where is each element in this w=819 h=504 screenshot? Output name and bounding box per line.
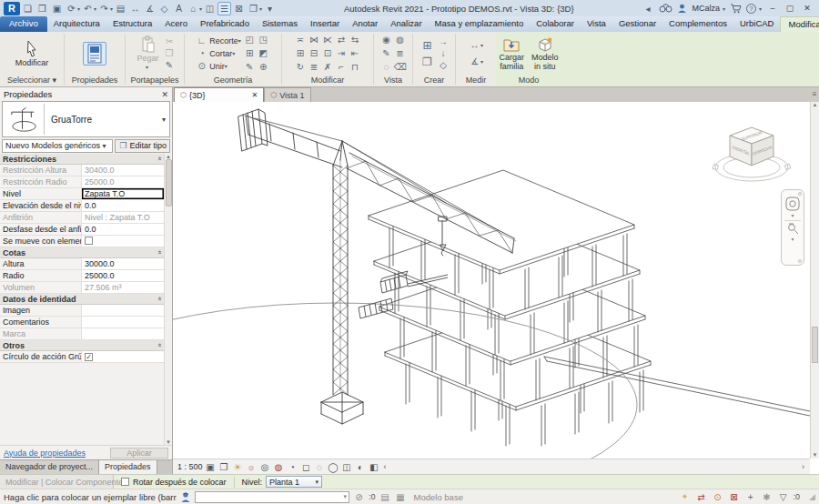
tab-acero[interactable]: Acero <box>158 16 194 32</box>
nivel-value-field[interactable]: Zapata T.O <box>82 188 164 199</box>
collapse-icon[interactable]: « <box>155 250 163 254</box>
close-button[interactable]: ✕ <box>801 4 814 13</box>
wheel-dropdown-icon[interactable]: ▾ <box>791 212 794 218</box>
temporary-hide-isolate-icon[interactable]: ◌ <box>314 462 326 472</box>
collapse-icon[interactable]: « <box>155 156 163 160</box>
scroll-up-icon[interactable]: ▲ <box>813 102 818 107</box>
detail-level-icon[interactable]: ▣ <box>205 462 217 472</box>
modify-tool-icon[interactable]: ⋉ <box>322 34 334 45</box>
section-restricciones[interactable]: Restricciones« <box>0 154 164 165</box>
view-tool-icon[interactable]: ◉ <box>380 34 392 45</box>
reveal-hidden-elements-icon[interactable]: ◯ <box>328 462 339 472</box>
section-datos-identidad[interactable]: Datos de identidad« <box>0 294 164 305</box>
editing-requests-icon[interactable]: ▤ <box>379 492 391 502</box>
editable-only-icon[interactable]: ⊘ <box>353 492 365 502</box>
array-icon[interactable]: ≣ <box>308 61 320 73</box>
modelo-in-situ-button[interactable]: Modelo in situ <box>529 35 561 72</box>
tab-arquitectura[interactable]: Arquitectura <box>47 16 106 32</box>
tab-anotar[interactable]: Anotar <box>346 16 384 32</box>
create-tool-icon[interactable]: ◇ <box>438 59 450 71</box>
user-dropdown[interactable]: ▾ <box>723 5 725 12</box>
user-avatar-icon[interactable] <box>677 4 687 14</box>
visual-style-icon[interactable]: ❐ <box>218 462 230 472</box>
tab-analizar[interactable]: Analizar <box>384 16 428 32</box>
print-icon[interactable]: ▤ <box>114 2 127 15</box>
create-group-icon[interactable]: ⊞ <box>420 37 436 54</box>
view-tab-menu-icon[interactable]: ≡ <box>810 87 819 102</box>
geometry-tool-icon[interactable]: ⊕ <box>258 61 269 73</box>
modify-tool-icon[interactable]: ⊞ <box>295 47 307 59</box>
scroll-left-icon[interactable]: ‹ <box>384 462 387 471</box>
scroll-down-icon[interactable]: ▼ <box>813 452 818 458</box>
palette-close-icon[interactable]: ✕ <box>161 90 168 99</box>
view-tab-vista1[interactable]: ⬡ Vista 1 <box>264 87 310 102</box>
cut-icon[interactable]: ✂ <box>164 35 176 47</box>
geometry-tool-icon[interactable]: ⊞ <box>244 47 256 59</box>
tab-archivo[interactable]: Archivo <box>0 16 47 32</box>
modify-tool-icon[interactable]: ⊡ <box>322 47 334 59</box>
tab-complementos[interactable]: Complementos <box>662 16 733 32</box>
text-icon[interactable]: A <box>172 2 186 15</box>
collapse-icon[interactable]: « <box>155 343 163 347</box>
edit-type-button[interactable]: ❐ Editar tipo <box>115 139 170 153</box>
design-options-combobox[interactable]: ▾ <box>195 491 349 503</box>
section-icon[interactable]: ◫ <box>203 2 217 15</box>
apply-button[interactable]: Aplicar <box>110 448 168 459</box>
viewcube[interactable]: SUPERIOR FRONTAL DERECHA <box>710 122 794 187</box>
dimension-button[interactable]: ∡▾ <box>469 55 483 68</box>
tab-colaborar[interactable]: Colaborar <box>530 16 581 32</box>
mirror-icon[interactable]: ⌐ <box>336 61 348 73</box>
palette-scrollbar[interactable]: ▲ ▼ <box>164 154 172 445</box>
cargar-familia-button[interactable]: Cargar familia <box>496 35 527 72</box>
temporary-view-properties-icon[interactable]: ◫ <box>341 462 353 472</box>
properties-help-link[interactable]: Ayuda de propiedades <box>4 449 86 458</box>
section-cotas[interactable]: Cotas« <box>0 247 164 258</box>
sync-icon[interactable]: ⟳ <box>65 2 78 15</box>
delete-icon[interactable]: ✗ <box>322 61 334 73</box>
show-crop-region-icon[interactable]: ◔ <box>287 462 298 472</box>
view-tab-close-icon[interactable]: ✕ <box>252 91 258 99</box>
circulo-accion-grua-checkbox[interactable]: ✓ <box>85 353 93 361</box>
match-properties-icon[interactable]: ✎ <box>164 59 176 71</box>
tab-urbicad[interactable]: UrbiCAD <box>733 16 780 32</box>
measure-button[interactable]: ↔▾ <box>469 39 483 52</box>
unir-button[interactable]: ⊙Unir▾ <box>196 60 241 73</box>
tab-gestionar[interactable]: Gestionar <box>612 16 662 32</box>
zoom-dropdown-icon[interactable]: ▾ <box>791 236 794 242</box>
align-icon[interactable]: ≍ <box>295 34 307 45</box>
moves-with-elements-checkbox[interactable] <box>85 237 93 245</box>
undo-dropdown[interactable]: ▾ <box>94 5 96 12</box>
navbar-customize[interactable] <box>798 259 802 263</box>
sun-path-icon[interactable]: ☀ <box>232 462 244 472</box>
view-tool-icon[interactable]: ≣ <box>394 47 406 59</box>
geometry-tool-icon[interactable]: ✎ <box>244 61 256 73</box>
create-tool-icon[interactable]: → <box>438 35 450 47</box>
view-tool-icon[interactable]: ◌ <box>380 61 392 73</box>
modify-tool-icon[interactable]: ⊟ <box>308 47 320 59</box>
tab-project-browser[interactable]: Navegador de proyect... <box>0 460 99 474</box>
switch-windows-icon[interactable]: ❐ <box>247 2 260 15</box>
scroll-thumb[interactable] <box>812 327 818 363</box>
close-inactive-windows-icon[interactable]: ⊠ <box>232 2 246 15</box>
modify-tool-icon[interactable]: ⋈ <box>308 34 320 45</box>
modificar-button[interactable]: Modificar <box>13 39 52 68</box>
save-icon[interactable]: ▣ <box>50 2 64 15</box>
resize-grip[interactable]: ◢ <box>809 492 815 501</box>
minimize-button[interactable]: – <box>766 4 779 13</box>
scroll-right-icon[interactable]: › <box>802 462 804 471</box>
split-icon[interactable]: ⊓ <box>349 61 361 73</box>
tab-insertar[interactable]: Insertar <box>304 16 346 32</box>
tag-icon[interactable]: ◇ <box>157 2 171 15</box>
help-dropdown[interactable]: ▾ <box>759 5 762 12</box>
view-tool-icon[interactable]: ✎ <box>380 47 392 59</box>
shadows-icon[interactable]: ☼ <box>246 462 258 472</box>
redo-icon[interactable]: ↷ <box>97 2 111 15</box>
ui-views-icon[interactable]: ❏ <box>21 2 35 15</box>
sync-dropdown[interactable]: ▾ <box>77 5 80 12</box>
move-icon[interactable]: ⇄ <box>336 34 348 45</box>
worker-icon[interactable] <box>180 491 191 503</box>
family-filter-select[interactable]: Nuevo Modelos genéricos ▾ <box>2 139 113 153</box>
exclude-options-icon[interactable]: ⌖ <box>679 491 692 502</box>
cart-icon[interactable] <box>730 4 742 14</box>
tab-properties[interactable]: Propiedades <box>99 460 157 474</box>
